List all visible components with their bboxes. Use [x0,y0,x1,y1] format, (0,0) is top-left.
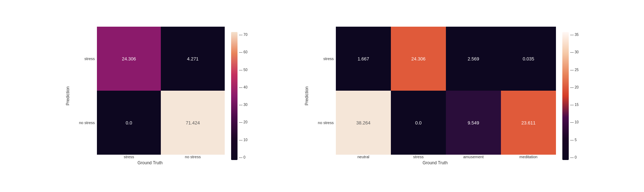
chart1-matrix: 24.306 4.271 0.0 71.424 [97,27,225,155]
c2-cell-0-1: 24.306 [391,27,446,91]
chart2-colorbar: — 35 — 30 — 25 — 20 — 15 — 10 — 5 — 0 [562,32,579,160]
chart2-container: Prediction stress no stress 1.667 24.306… [304,27,579,165]
chart2-x-axis-label: Ground Truth [422,160,448,165]
cell-0-0: 24.306 [97,27,161,91]
cell-0-1: 4.271 [161,27,225,91]
chart2-colorbar-ticks: — 35 — 30 — 25 — 20 — 15 — 10 — 5 — 0 [570,32,579,160]
chart2-tick-20: — 20 [570,85,579,89]
c2-cell-1-1: 0.0 [391,91,446,155]
chart2-xlabel-0: neutral [336,155,391,159]
chart1-ylabel-1: no stress [75,121,95,125]
chart2-ylabel-1: no stress [314,121,334,125]
chart1-tick-70: — 70 [239,33,247,37]
chart2-xlabel-1: stress [391,155,446,159]
chart2-tick-5: — 5 [570,138,579,142]
chart1-ylabel-0: stress [75,57,95,61]
chart2-xlabel-2: amusement [446,155,501,159]
chart2-tick-10: — 10 [570,120,579,124]
cell-1-0: 0.0 [97,91,161,155]
chart2-matrix: 1.667 24.306 2.569 0.035 38.264 0.0 9.54… [336,27,556,155]
cell-1-1: 71.424 [161,91,225,155]
chart1-y-axis-label: Prediction [65,86,70,105]
chart2-tick-25: — 25 [570,68,579,72]
c2-cell-0-0: 1.667 [336,27,391,91]
chart1-tick-60: — 60 [239,50,247,54]
chart2-tick-30: — 30 [570,50,579,54]
c2-cell-1-0: 38.264 [336,91,391,155]
chart2-tick-15: — 15 [570,103,579,107]
chart1-xlabel-1: no stress [161,155,225,159]
chart1-tick-10: — 10 [239,138,247,142]
chart2-tick-35: — 35 [570,33,579,37]
chart1-container: Prediction stress no stress 24.306 4.271… [65,27,247,165]
chart1-x-axis-label: Ground Truth [137,160,163,165]
chart2-colorbar-gradient [562,32,569,160]
chart1-tick-30: — 30 [239,103,247,107]
chart1-colorbar-gradient [231,32,238,160]
chart1-tick-0: — 0 [239,155,247,159]
c2-cell-1-3: 23.611 [501,91,556,155]
chart1-xlabel-0: stress [97,155,161,159]
chart1-tick-40: — 40 [239,85,247,89]
c2-cell-0-3: 0.035 [501,27,556,91]
c2-cell-1-2: 9.549 [446,91,501,155]
chart1-tick-20: — 20 [239,120,247,124]
chart2-xlabel-3: meditation [501,155,556,159]
chart1-colorbar-ticks: — 70 — 60 — 50 — 40 — 30 — 20 — 10 — 0 [239,32,247,160]
chart2-ylabel-0: stress [314,57,334,61]
chart1-colorbar: — 70 — 60 — 50 — 40 — 30 — 20 — 10 — 0 [231,32,247,160]
chart1-tick-50: — 50 [239,68,247,72]
chart2-y-axis-label: Prediction [304,86,309,105]
c2-cell-0-2: 2.569 [446,27,501,91]
chart2-tick-0: — 0 [570,155,579,159]
